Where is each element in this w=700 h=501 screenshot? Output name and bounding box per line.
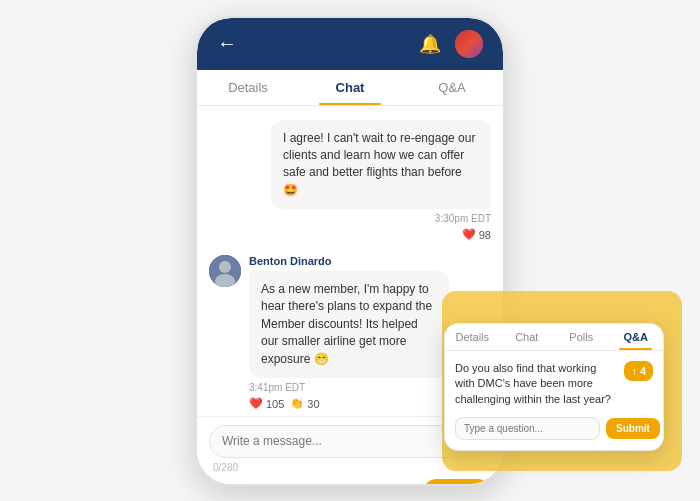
heart-icon-2: ❤️	[249, 397, 263, 410]
overlay-body: Do you also find that working with DMC's…	[445, 351, 663, 450]
reaction-heart-2: ❤️ 105	[249, 397, 284, 410]
user-avatar[interactable]	[455, 30, 483, 58]
back-button[interactable]: ←	[217, 32, 237, 55]
overlay-card: Details Chat Polls Q&A Do you also find …	[444, 323, 664, 451]
header-icons: 🔔	[419, 30, 483, 58]
qa-question-text: Do you also find that working with DMC's…	[455, 361, 616, 407]
sender-avatar-2	[209, 255, 241, 287]
overlay-tab-details[interactable]: Details	[445, 324, 500, 350]
bubble-1: I agree! I can't wait to re-engage our c…	[271, 120, 491, 210]
heart-icon-1: ❤️	[462, 228, 476, 241]
bubble-2: As a new member, I'm happy to hear there…	[249, 271, 449, 378]
upvote-icon: ↑	[631, 365, 637, 377]
avatar-inner-2	[209, 255, 241, 287]
overlay-tab-qa[interactable]: Q&A	[609, 324, 664, 350]
person-svg	[209, 255, 241, 287]
avatar-image	[455, 30, 483, 58]
tab-qa[interactable]: Q&A	[401, 70, 503, 105]
qa-question-input[interactable]	[455, 417, 600, 440]
message-1: I agree! I can't wait to re-engage our c…	[209, 120, 491, 242]
reaction-heart-1: ❤️ 98	[462, 228, 491, 241]
qa-question-row: Do you also find that working with DMC's…	[455, 361, 653, 407]
send-area: Send	[209, 479, 491, 486]
phone-header: ← 🔔	[197, 18, 503, 70]
tab-chat[interactable]: Chat	[299, 70, 401, 105]
overlay-tab-polls[interactable]: Polls	[554, 324, 609, 350]
message-input[interactable]	[222, 434, 450, 448]
vote-button[interactable]: ↑ 4	[624, 361, 653, 381]
clap-icon-2: 👏	[290, 397, 304, 410]
overlay-tab-chat[interactable]: Chat	[500, 324, 555, 350]
vote-count: 4	[640, 365, 646, 377]
overlay-tabs: Details Chat Polls Q&A	[445, 324, 663, 351]
msg-reactions-1: ❤️ 98	[462, 228, 491, 241]
scene: ← 🔔 Details Chat Q&A	[0, 0, 700, 501]
send-button[interactable]: Send	[423, 479, 491, 486]
reaction-clap-2: 👏 30	[290, 397, 319, 410]
svg-point-1	[219, 261, 231, 273]
bell-icon[interactable]: 🔔	[419, 33, 441, 55]
sender-name-2: Benton Dinardo	[249, 255, 491, 267]
msg-time-1: 3:30pm EDT	[435, 213, 491, 224]
qa-input-row: Submit	[455, 417, 653, 440]
qa-submit-button[interactable]: Submit	[606, 418, 660, 439]
phone-tabs: Details Chat Q&A	[197, 70, 503, 106]
tab-details[interactable]: Details	[197, 70, 299, 105]
